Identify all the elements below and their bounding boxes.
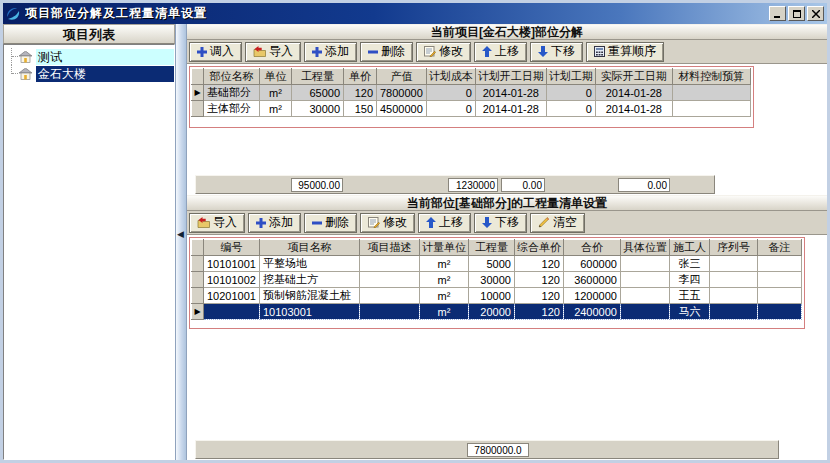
move-down-button[interactable]: 下移 xyxy=(474,213,527,233)
cell[interactable]: 10000 xyxy=(468,288,514,304)
row-selector[interactable] xyxy=(192,256,204,272)
import-button[interactable]: 导入 xyxy=(189,213,245,233)
add-button[interactable]: 添加 xyxy=(304,42,357,62)
row-selector[interactable] xyxy=(192,101,204,117)
cell[interactable]: 65000 xyxy=(292,85,344,101)
cell[interactable]: 600000 xyxy=(563,256,620,272)
cell[interactable]: 10201001 xyxy=(204,288,260,304)
cell[interactable] xyxy=(709,256,757,272)
cell[interactable]: 2014-01-28 xyxy=(595,101,672,117)
cell[interactable]: 20000 xyxy=(468,304,514,320)
column-header[interactable]: 单价 xyxy=(344,69,377,85)
load-button[interactable]: 调入 xyxy=(189,42,242,62)
minimize-button[interactable] xyxy=(769,6,786,21)
column-header[interactable]: 序列号 xyxy=(709,240,757,256)
cell[interactable]: 10101001 xyxy=(204,256,260,272)
table-row[interactable]: 10101001平整场地m²5000120600000张三 xyxy=(192,256,802,272)
cell[interactable]: 0 xyxy=(426,101,475,117)
column-header[interactable]: 计划开工日期 xyxy=(475,69,546,85)
cell[interactable] xyxy=(359,256,419,272)
column-header[interactable]: 计量单位 xyxy=(419,240,468,256)
cell[interactable]: 0 xyxy=(426,85,475,101)
recalc-order-button[interactable]: 重算顺序 xyxy=(586,42,664,62)
cell[interactable]: 挖基础土方 xyxy=(259,272,359,288)
maximize-button[interactable] xyxy=(788,6,805,21)
cell[interactable]: 王五 xyxy=(669,288,709,304)
column-header[interactable]: 单位 xyxy=(260,69,292,85)
cell[interactable]: 10101002 xyxy=(204,272,260,288)
cell[interactable]: m² xyxy=(260,101,292,117)
column-header[interactable]: 工程量 xyxy=(292,69,344,85)
cell[interactable]: 10103001 xyxy=(259,304,359,320)
cell[interactable]: 120 xyxy=(514,272,563,288)
table-row[interactable]: ▶基础部分m²65000120780000002014-01-2802014-0… xyxy=(192,85,751,101)
column-header[interactable]: 材料控制预算 xyxy=(672,69,750,85)
cell[interactable]: m² xyxy=(419,304,468,320)
cell[interactable]: 120 xyxy=(514,304,563,320)
delete-button[interactable]: 删除 xyxy=(304,213,357,233)
row-selector[interactable]: ▶ xyxy=(192,304,204,320)
cell[interactable]: 150 xyxy=(344,101,377,117)
column-header[interactable]: 工程量 xyxy=(468,240,514,256)
column-header[interactable]: 项目名称 xyxy=(259,240,359,256)
cell[interactable]: 4500000 xyxy=(377,101,427,117)
table-row[interactable]: 10101002挖基础土方m²300001203600000李四 xyxy=(192,272,802,288)
column-header[interactable]: 计划工期 xyxy=(546,69,595,85)
table-row[interactable]: 主体部分m²30000150450000002014-01-2802014-01… xyxy=(192,101,751,117)
column-header[interactable]: 实际开工日期 xyxy=(595,69,672,85)
row-selector[interactable]: ▶ xyxy=(192,85,204,101)
cell[interactable]: 主体部分 xyxy=(204,101,260,117)
table-row[interactable]: ▶10103001m²200001202400000马六 xyxy=(192,304,802,320)
cell[interactable]: m² xyxy=(419,272,468,288)
cell[interactable]: 2014-01-28 xyxy=(595,85,672,101)
cell[interactable]: 2014-01-28 xyxy=(475,101,546,117)
cell[interactable]: 120 xyxy=(514,288,563,304)
close-button[interactable] xyxy=(807,6,824,21)
modify-button[interactable]: 修改 xyxy=(416,42,471,62)
column-header[interactable]: 部位名称 xyxy=(204,69,260,85)
cell[interactable] xyxy=(359,288,419,304)
cell[interactable]: 30000 xyxy=(292,101,344,117)
move-down-button[interactable]: 下移 xyxy=(530,42,583,62)
column-header[interactable]: 编号 xyxy=(204,240,260,256)
column-header[interactable]: 项目描述 xyxy=(359,240,419,256)
cell[interactable]: 2400000 xyxy=(563,304,620,320)
column-header[interactable]: 产值 xyxy=(377,69,427,85)
column-header[interactable]: 综合单价 xyxy=(514,240,563,256)
cell[interactable]: 马六 xyxy=(669,304,709,320)
cell[interactable] xyxy=(757,272,801,288)
cell[interactable] xyxy=(672,85,750,101)
import-button[interactable]: 导入 xyxy=(245,42,301,62)
cell[interactable] xyxy=(709,288,757,304)
cell[interactable] xyxy=(757,256,801,272)
cell[interactable] xyxy=(709,304,757,320)
cell[interactable]: 3600000 xyxy=(563,272,620,288)
cell[interactable]: 120 xyxy=(344,85,377,101)
table-row[interactable]: 10201001预制钢筋混凝土桩m²100001201200000王五 xyxy=(192,288,802,304)
column-header[interactable]: 施工人 xyxy=(669,240,709,256)
cell[interactable] xyxy=(757,288,801,304)
delete-button[interactable]: 删除 xyxy=(360,42,413,62)
cell[interactable]: m² xyxy=(260,85,292,101)
cell[interactable] xyxy=(757,304,801,320)
cell[interactable]: 0 xyxy=(546,85,595,101)
cell[interactable] xyxy=(620,288,669,304)
row-selector[interactable] xyxy=(192,272,204,288)
clear-button[interactable]: 清空 xyxy=(530,213,585,233)
cell[interactable] xyxy=(709,272,757,288)
cell[interactable]: 0 xyxy=(546,101,595,117)
cell[interactable]: 张三 xyxy=(669,256,709,272)
cell[interactable] xyxy=(204,304,260,320)
cell[interactable] xyxy=(672,101,750,117)
cell[interactable] xyxy=(359,272,419,288)
cell[interactable] xyxy=(620,304,669,320)
cell[interactable]: 30000 xyxy=(468,272,514,288)
project-tree-item[interactable]: 测试 xyxy=(6,48,174,65)
row-selector[interactable] xyxy=(192,288,204,304)
cell[interactable]: 李四 xyxy=(669,272,709,288)
cell[interactable]: 平整场地 xyxy=(259,256,359,272)
cell[interactable]: 7800000 xyxy=(377,85,427,101)
add-button[interactable]: 添加 xyxy=(248,213,301,233)
column-header[interactable]: 合价 xyxy=(563,240,620,256)
cell[interactable]: m² xyxy=(419,256,468,272)
